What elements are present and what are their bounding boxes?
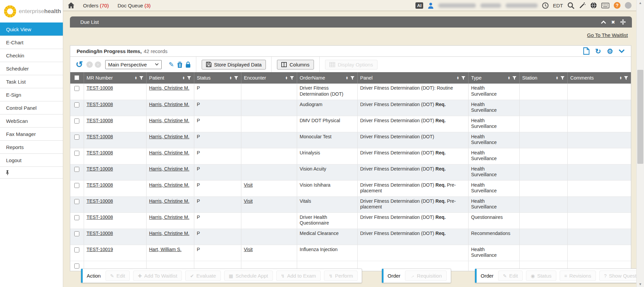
clock-icon[interactable]	[542, 2, 549, 9]
column-header-encounter[interactable]: Encounter▴▾	[241, 72, 297, 84]
row-checkbox[interactable]	[74, 215, 79, 220]
sort-icon[interactable]: ▴▾	[457, 76, 459, 80]
mr-number-link[interactable]: TEST-10008	[87, 85, 113, 91]
encounter-link[interactable]: Visit	[244, 247, 253, 252]
lock-perspective-icon[interactable]	[186, 61, 191, 68]
mr-number-link[interactable]: TEST-10008	[87, 198, 113, 204]
gear-icon[interactable]: ⚙	[607, 48, 613, 55]
column-header-status[interactable]: Status▴▾	[194, 72, 241, 84]
refresh-icon[interactable]: ↻	[595, 48, 601, 55]
add-to-exam-button[interactable]: ↯Add to Exam	[276, 271, 321, 281]
chevron-down-icon[interactable]	[619, 49, 625, 53]
sidebar-item-logout[interactable]: Logout	[0, 153, 63, 166]
patient-link[interactable]: Harris, Christine M.	[149, 134, 190, 139]
row-checkbox[interactable]	[74, 86, 79, 91]
add-to-waitlist-button[interactable]: ✚Add To Waitlist	[133, 271, 182, 281]
sort-icon[interactable]: ▴▾	[508, 76, 510, 80]
row-checkbox[interactable]	[74, 151, 79, 156]
sidebar-item-e-chart[interactable]: E-Chart	[0, 36, 63, 49]
sort-icon[interactable]: ▴▾	[135, 76, 137, 80]
row-checkbox[interactable]	[74, 183, 79, 188]
edit-button[interactable]: ✎Edit	[498, 271, 523, 281]
sidebar-item-quick-view[interactable]: Quick View	[0, 22, 63, 36]
edit-perspective-icon[interactable]: ✎	[169, 61, 174, 68]
column-header-panel[interactable]: Panel▴▾	[357, 72, 468, 84]
sidebar-item-e-sign[interactable]: E-Sign	[0, 88, 63, 101]
patient-link[interactable]: Harris, Christine M.	[149, 118, 190, 123]
nav-doc-queue[interactable]: Doc Queue (3)	[118, 3, 151, 8]
export-page-icon[interactable]	[583, 47, 590, 55]
sidebar-item-checkin[interactable]: Checkin	[0, 49, 63, 62]
mr-number-link[interactable]: TEST-10008	[87, 118, 113, 123]
revisions-button[interactable]: ≡Revisions	[560, 271, 596, 281]
go-to-waitlist-link[interactable]: Go To The Waitlist	[587, 32, 628, 38]
sidebar-item-webscan[interactable]: WebScan	[0, 114, 63, 127]
sidebar-item-reports[interactable]: Reports	[0, 140, 63, 153]
search-icon[interactable]	[567, 2, 574, 9]
sidebar-pin-toggle[interactable]	[0, 166, 63, 179]
sort-icon[interactable]: ▴▾	[183, 76, 185, 80]
column-header-station[interactable]: Station▴▾	[519, 72, 567, 84]
patient-link[interactable]: Harris, Christine M.	[149, 102, 190, 107]
nav-orders[interactable]: Orders (70)	[83, 3, 109, 8]
sort-icon[interactable]: ▴▾	[556, 76, 558, 80]
page-scrollbar[interactable]: ▲ ▼	[636, 0, 644, 287]
encounter-link[interactable]: Visit	[244, 182, 253, 188]
row-checkbox[interactable]	[74, 264, 79, 269]
column-header-type[interactable]: Type▴▾	[468, 72, 519, 84]
mr-number-link[interactable]: TEST-10008	[87, 166, 113, 172]
home-icon[interactable]	[68, 2, 74, 8]
mr-number-link[interactable]: TEST-10008	[87, 134, 113, 139]
row-checkbox[interactable]	[74, 231, 79, 236]
undo-icon[interactable]: ↺	[76, 60, 83, 69]
patient-link[interactable]: Harris, Christine M.	[149, 214, 190, 220]
column-header-patient[interactable]: Patient▴▾	[146, 72, 194, 84]
row-checkbox[interactable]	[74, 199, 79, 204]
scrollbar-thumb[interactable]	[637, 70, 643, 164]
row-checkbox[interactable]	[74, 167, 79, 172]
select-all-checkbox[interactable]	[74, 75, 79, 80]
sort-icon[interactable]: ▴▾	[620, 76, 621, 80]
filter-icon[interactable]	[234, 76, 238, 80]
store-displayed-data-button[interactable]: Store Displayed Data	[202, 60, 266, 69]
move-icon[interactable]	[620, 19, 626, 25]
encounter-link[interactable]: Visit	[244, 198, 253, 204]
column-header-comments[interactable]: Comments▴▾	[567, 72, 631, 84]
mr-number-link[interactable]: TEST-10008	[87, 150, 113, 155]
ai-badge[interactable]: AI	[415, 2, 423, 9]
filter-icon[interactable]	[624, 76, 628, 80]
sort-icon[interactable]: ▴▾	[286, 76, 287, 80]
status-button[interactable]: ◉Status	[526, 271, 556, 281]
patient-link[interactable]: Hart, William S.	[149, 247, 182, 252]
mr-number-link[interactable]: TEST-10008	[87, 102, 113, 107]
row-checkbox[interactable]	[74, 247, 79, 252]
row-checkbox[interactable]	[74, 102, 79, 107]
filter-icon[interactable]	[461, 76, 466, 80]
evaluate-button[interactable]: ✔Evaluate	[185, 271, 220, 281]
magic-wand-icon[interactable]	[579, 2, 586, 9]
sidebar-item-fax-manager[interactable]: Fax Manager	[0, 127, 63, 140]
globe-icon[interactable]	[590, 2, 597, 9]
patient-link[interactable]: Harris, Christine M.	[149, 150, 190, 155]
patient-link[interactable]: Harris, Christine M.	[149, 198, 190, 204]
filter-icon[interactable]	[290, 76, 294, 80]
mr-number-link[interactable]: TEST-10008	[87, 231, 113, 236]
prev-perspective-icon[interactable]: ‹	[86, 61, 93, 68]
collapse-icon[interactable]	[601, 20, 606, 24]
mr-number-link[interactable]: TEST-10008	[87, 182, 113, 188]
patient-link[interactable]: Harris, Christine M.	[149, 85, 190, 91]
sort-icon[interactable]: ▴▾	[346, 76, 348, 80]
filter-icon[interactable]	[350, 76, 355, 80]
sidebar-item-control-panel[interactable]: Control Panel	[0, 101, 63, 114]
filter-icon[interactable]	[560, 76, 565, 80]
filter-icon[interactable]	[139, 76, 144, 80]
sidebar-item-task-list[interactable]: Task List	[0, 75, 63, 88]
edit-button[interactable]: ✎Edit	[106, 271, 130, 281]
mr-number-link[interactable]: TEST-10008	[87, 214, 113, 220]
filter-icon[interactable]	[512, 76, 517, 80]
sidebar-item-scheduler[interactable]: Scheduler	[0, 62, 63, 75]
columns-button[interactable]: Columns	[277, 60, 314, 69]
sort-icon[interactable]: ▴▾	[230, 76, 232, 80]
close-icon[interactable]: ✖	[611, 19, 615, 25]
keyboard-icon[interactable]	[601, 3, 609, 8]
